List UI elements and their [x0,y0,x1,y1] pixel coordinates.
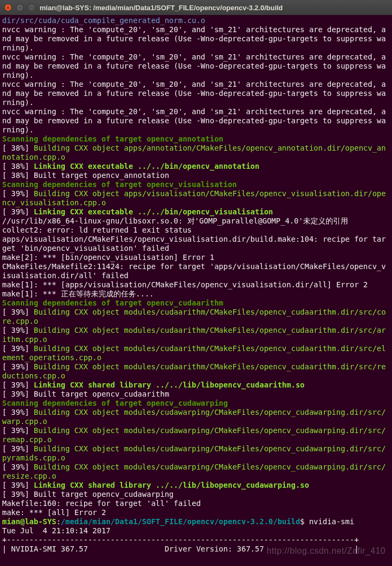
maximize-icon[interactable]: ▢ [28,4,35,11]
terminal-line: make[2]: *** [bin/opencv_visualisation] … [2,253,390,262]
terminal-line: [ 39%] Built target opencv_cudaarithm [2,390,390,399]
terminal-line: mian@lab-SYS:/media/mian/Data1/SOFT_FILE… [2,517,390,526]
terminal-line: [ 39%] Building CXX object modules/cudaw… [2,444,390,463]
terminal-line: [ 39%] Built target opencv_cudawarping [2,490,390,499]
terminal-line: Makefile:160: recipe for target 'all' fa… [2,499,390,508]
terminal-line: [ 39%] Building CXX object modules/cudaw… [2,408,390,426]
terminal-line: [ 38%] Building CXX object apps/annotati… [2,144,390,162]
terminal-line: [ 39%] Building CXX object modules/cudaw… [2,463,390,481]
terminal-line: +---------------------------------------… [2,535,390,545]
window-titlebar: ✕ − ▢ mian@lab-SYS: /media/mian/Data1/SO… [0,0,392,15]
terminal-line: nvcc warning : The 'compute_20', 'sm_20'… [2,107,390,135]
terminal-line: [ 39%] Building CXX object modules/cudaa… [2,362,390,381]
terminal-line: [ 39%] Building CXX object apps/visualis… [2,189,390,207]
terminal-line: make: *** [all] Error 2 [2,508,390,517]
terminal-line: [ 39%] Linking CXX shared library ../../… [2,481,390,490]
terminal-line: | NVIDIA-SMI 367.57 Driver Version: 367.… [2,545,390,554]
terminal-line: Scanning dependencies of target opencv_a… [2,135,390,144]
terminal-line: [ 38%] Linking CXX executable ../../bin/… [2,162,390,171]
terminal-line: [ 39%] Building CXX object modules/cudaa… [2,326,390,344]
terminal-line: nvcc warning : The 'compute_20', 'sm_20'… [2,25,390,53]
terminal-line: nvcc warning : The 'compute_20', 'sm_20'… [2,53,390,80]
terminal-line: CMakeFiles/Makefile2:11424: recipe for t… [2,262,390,280]
terminal-line: [ 39%] Linking CXX executable ../../bin/… [2,207,390,217]
terminal-line: dir/src/cuda/cuda_compile_generated_norm… [2,16,390,25]
terminal-line: [ 39%] Building CXX object modules/cudaa… [2,308,390,326]
terminal-line: Tue Jul 4 21:10:14 2017 [2,526,390,535]
close-icon[interactable]: ✕ [4,4,12,11]
terminal-line: [ 39%] Linking CXX shared library ../../… [2,381,390,390]
terminal-line: [ 39%] Building CXX object modules/cudaw… [2,426,390,444]
terminal-line: make[1]: *** 正在等待未完成的任务.... [2,289,390,299]
window-title: mian@lab-SYS: /media/mian/Data1/SOFT_FIL… [40,3,283,12]
terminal-line: //usr/lib/x86_64-linux-gnu/libsoxr.so.0:… [2,217,390,226]
terminal-line: make[1]: *** [apps/visualisation/CMakeFi… [2,280,390,289]
terminal-line: [ 39%] Building CXX object modules/cudaa… [2,344,390,362]
terminal-line: Scanning dependencies of target opencv_c… [2,299,390,308]
terminal-line: [ 38%] Built target opencv_annotation [2,171,390,180]
terminal-line: Scanning dependencies of target opencv_v… [2,180,390,189]
minimize-icon[interactable]: − [16,4,24,11]
terminal-line: Scanning dependencies of target opencv_c… [2,399,390,408]
terminal-output[interactable]: dir/src/cuda/cuda_compile_generated_norm… [0,15,392,555]
terminal-line: nvcc warning : The 'compute_20', 'sm_20'… [2,80,390,107]
terminal-line: apps/visualisation/CMakeFiles/opencv_vis… [2,235,390,253]
terminal-line: collect2: error: ld returned 1 exit stat… [2,226,390,235]
